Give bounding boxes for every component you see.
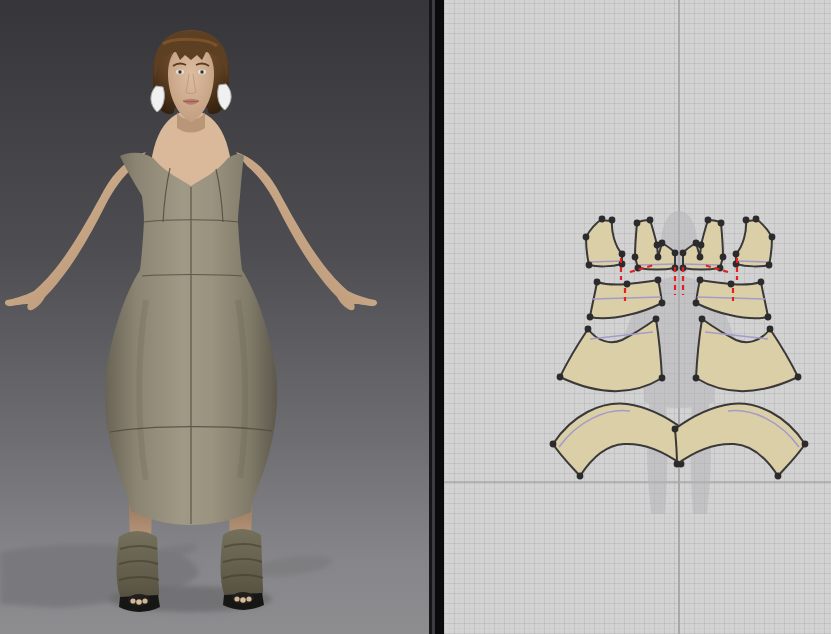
pattern-point[interactable] [765, 314, 772, 321]
pattern-point[interactable] [680, 250, 687, 257]
pattern-point[interactable] [619, 251, 626, 258]
pattern-point[interactable] [672, 250, 679, 257]
pattern-point[interactable] [693, 300, 700, 307]
pattern-point[interactable] [655, 254, 662, 261]
pattern-point[interactable] [728, 281, 735, 288]
pattern-piece-back-bodice[interactable] [586, 219, 622, 266]
pattern-point[interactable] [720, 254, 727, 261]
internal-line [640, 264, 674, 265]
pattern-point[interactable] [577, 473, 584, 480]
pattern-point[interactable] [594, 279, 601, 286]
pattern-point[interactable] [802, 441, 809, 448]
viewport-3d[interactable] [0, 0, 429, 634]
pattern-point[interactable] [624, 281, 631, 288]
pattern-point[interactable] [693, 375, 700, 382]
pattern-point[interactable] [795, 374, 802, 381]
pattern-point[interactable] [550, 441, 557, 448]
pattern-point[interactable] [674, 461, 681, 468]
avatar-3d-scene [0, 0, 429, 634]
pattern-point[interactable] [586, 262, 593, 269]
right-boot [221, 529, 265, 610]
pattern-piece-back-bodice[interactable] [736, 219, 772, 266]
pattern-point[interactable] [697, 277, 704, 284]
pattern-point[interactable] [743, 217, 750, 224]
pattern-point[interactable] [659, 240, 666, 247]
pattern-piece-upper-skirt[interactable] [560, 319, 662, 391]
pattern-point[interactable] [587, 314, 594, 321]
pattern-point[interactable] [753, 216, 760, 223]
pattern-point[interactable] [766, 262, 773, 269]
pattern-point[interactable] [659, 300, 666, 307]
pattern-point[interactable] [672, 426, 679, 433]
pattern-point[interactable] [705, 217, 712, 224]
pattern-point[interactable] [583, 234, 590, 241]
pattern-point[interactable] [769, 234, 776, 241]
pattern-point[interactable] [758, 279, 765, 286]
internal-line [684, 264, 718, 265]
pattern-point[interactable] [557, 374, 564, 381]
panel-divider[interactable] [429, 0, 444, 634]
avatar-head [151, 30, 231, 122]
pattern-point[interactable] [609, 217, 616, 224]
internal-line [737, 261, 768, 262]
pattern-point[interactable] [647, 217, 654, 224]
pattern-point[interactable] [599, 216, 606, 223]
pattern-point[interactable] [697, 254, 704, 261]
pattern-point[interactable] [699, 316, 706, 323]
pattern-point[interactable] [693, 240, 700, 247]
internal-line [590, 261, 621, 262]
pattern-point[interactable] [767, 326, 774, 333]
pattern-piece-upper-skirt[interactable] [696, 319, 798, 391]
pattern-point[interactable] [653, 316, 660, 323]
pattern-point[interactable] [775, 473, 782, 480]
pattern-point[interactable] [718, 220, 725, 227]
pattern-point[interactable] [655, 277, 662, 284]
left-boot [117, 531, 161, 612]
pattern-svg [444, 0, 831, 634]
pattern-point[interactable] [659, 375, 666, 382]
pattern-point[interactable] [632, 254, 639, 261]
garment-design-workspace [0, 0, 831, 634]
pattern-point[interactable] [634, 220, 641, 227]
pattern-point[interactable] [733, 251, 740, 258]
viewport-2d[interactable] [444, 0, 831, 634]
pattern-point[interactable] [585, 326, 592, 333]
